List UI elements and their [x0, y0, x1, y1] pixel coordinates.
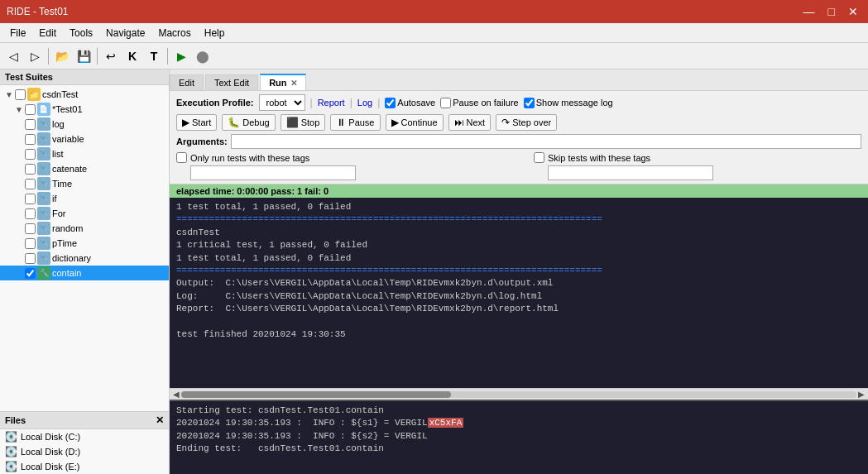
open-button[interactable]: 📂 [52, 46, 72, 66]
back-button[interactable]: ◁ [3, 46, 23, 66]
save-button[interactable]: 💾 [74, 46, 94, 66]
checkbox-list[interactable] [25, 149, 36, 160]
show-msg-label: Show message log [536, 98, 613, 108]
next-button[interactable]: ⏭ Next [448, 114, 492, 131]
continue-icon: ▶ [391, 117, 399, 128]
undo-button[interactable]: ↩ [101, 46, 121, 66]
tree-item-contain[interactable]: 🔧 contain [0, 266, 169, 280]
show-msg-checkbox[interactable] [524, 98, 535, 108]
stop-button[interactable]: ⬛ Stop [281, 114, 326, 131]
checkbox-log[interactable] [25, 119, 36, 130]
output-sep-2: ========================================… [176, 265, 861, 277]
label-csdnTest: csdnTest [42, 89, 78, 99]
tree-item-pTime[interactable]: 🔧 pTime [0, 236, 169, 251]
tab-run-close[interactable]: ✕ [290, 79, 297, 88]
tab-edit[interactable]: Edit [170, 74, 204, 90]
tree-item-Test01[interactable]: ▼ 📄 *Test01 [0, 102, 169, 117]
tree-item-catenate[interactable]: 🔧 catenate [0, 161, 169, 176]
file-item-D[interactable]: 💽 Local Disk (D:) [0, 444, 169, 459]
template-button[interactable]: T [144, 46, 164, 66]
run-panel: Execution Profile: robot | Report | Log … [170, 91, 868, 184]
tree-item-csdnTest[interactable]: ▼ 📁 csdnTest [0, 87, 169, 102]
stop-all-button[interactable]: ⬤ [193, 46, 213, 66]
file-label-E: Local Disk (E:) [21, 462, 80, 472]
label-For: For [52, 208, 66, 218]
checkbox-random[interactable] [25, 223, 36, 234]
run-button[interactable]: ▶ [171, 46, 191, 66]
tree-item-log[interactable]: 🔧 log [0, 117, 169, 132]
tree-item-random[interactable]: 🔧 random [0, 221, 169, 236]
tab-run[interactable]: Run ✕ [260, 74, 305, 90]
checkbox-catenate[interactable] [25, 164, 36, 175]
autosave-check-label: Autosave [385, 98, 435, 108]
only-run-tags-input[interactable] [190, 165, 356, 180]
tree-item-list[interactable]: 🔧 list [0, 146, 169, 161]
only-run-tags-checkbox[interactable] [176, 152, 187, 163]
menubar: File Edit Tools Navigate Macros Help [0, 23, 868, 43]
tree-item-Time[interactable]: 🔧 Time [0, 176, 169, 191]
minimize-button[interactable]: — [800, 5, 818, 18]
keyword-icon-if: 🔧 [37, 192, 50, 205]
menu-help[interactable]: Help [198, 26, 232, 41]
label-Test01: *Test01 [52, 104, 83, 114]
scroll-track[interactable] [181, 391, 856, 398]
forward-button[interactable]: ▷ [25, 46, 45, 66]
checkbox-Test01[interactable] [25, 104, 36, 115]
tab-text-edit[interactable]: Text Edit [205, 74, 258, 90]
tree-item-variable[interactable]: 🔧 variable [0, 132, 169, 146]
report-link[interactable]: Report [318, 98, 345, 108]
continue-button[interactable]: ▶ Continue [386, 114, 444, 131]
label-random: random [52, 223, 83, 233]
scroll-thumb[interactable] [181, 391, 451, 398]
close-button[interactable]: ✕ [845, 5, 861, 18]
menu-navigate[interactable]: Navigate [99, 26, 151, 41]
tree-item-For[interactable]: 🔧 For [0, 206, 169, 221]
exec-profile-select[interactable]: robot [259, 94, 305, 111]
debug-button[interactable]: 🐛 Debug [222, 114, 275, 131]
start-button[interactable]: ▶ Start [176, 114, 217, 131]
checkbox-contain[interactable] [25, 268, 36, 279]
skip-tests-input[interactable] [548, 165, 713, 180]
maximize-button[interactable]: □ [825, 5, 838, 18]
left-panel: Test Suites ▼ 📁 csdnTest ▼ 📄 *Test01 [0, 69, 170, 474]
arguments-input[interactable] [231, 134, 861, 149]
file-item-C[interactable]: 💽 Local Disk (C:) [0, 429, 169, 444]
test-tree[interactable]: ▼ 📁 csdnTest ▼ 📄 *Test01 🔧 log [0, 85, 169, 411]
scroll-right-arrow[interactable]: ▶ [856, 390, 866, 399]
checkbox-For[interactable] [25, 208, 36, 219]
tree-item-dictionary[interactable]: 🔧 dictionary [0, 251, 169, 266]
show-msg-check-label: Show message log [524, 98, 613, 108]
checkbox-if[interactable] [25, 194, 36, 204]
files-close-button[interactable]: ✕ [156, 414, 164, 426]
checkbox-dictionary[interactable] [25, 253, 36, 264]
scroll-left-arrow[interactable]: ◀ [171, 390, 181, 399]
skip-tests-checkbox[interactable] [534, 152, 544, 163]
tree-item-if[interactable]: 🔧 if [0, 191, 169, 206]
output-line-finished: test finished 20201024 19:30:35 [176, 328, 861, 341]
menu-file[interactable]: File [3, 26, 32, 41]
autosave-checkbox[interactable] [385, 98, 396, 108]
expand-Test01[interactable]: ▼ [15, 105, 23, 114]
checkbox-csdnTest[interactable] [15, 89, 26, 100]
debug-icon: 🐛 [228, 117, 240, 128]
only-run-tags-label: Only run tests with these tags [190, 153, 309, 163]
checkbox-variable[interactable] [25, 134, 36, 145]
checkbox-pTime[interactable] [25, 238, 36, 249]
keyword-button[interactable]: K [122, 46, 142, 66]
pause-button[interactable]: ⏸ Pause [330, 114, 380, 131]
step-over-button[interactable]: ↷ Step over [496, 114, 557, 131]
output-bottom[interactable]: Starting test: csdnTest.Test01.contain 2… [170, 400, 868, 474]
keyword-icon-catenate: 🔧 [37, 162, 50, 175]
menu-macros[interactable]: Macros [151, 26, 197, 41]
log-link[interactable]: Log [357, 98, 372, 108]
output-line-csdnTest: csdnTest [176, 227, 861, 239]
menu-edit[interactable]: Edit [32, 26, 63, 41]
tab-text-edit-label: Text Edit [214, 78, 249, 88]
checkbox-Time[interactable] [25, 179, 36, 189]
pause-checkbox[interactable] [440, 98, 451, 108]
menu-tools[interactable]: Tools [63, 26, 99, 41]
file-item-E[interactable]: 💽 Local Disk (E:) [0, 459, 169, 474]
output-line-total: 1 test total, 1 passed, 0 failed [176, 252, 861, 265]
expand-csdnTest[interactable]: ▼ [5, 90, 13, 99]
output-top[interactable]: 1 test total, 1 passed, 0 failed =======… [170, 198, 868, 388]
